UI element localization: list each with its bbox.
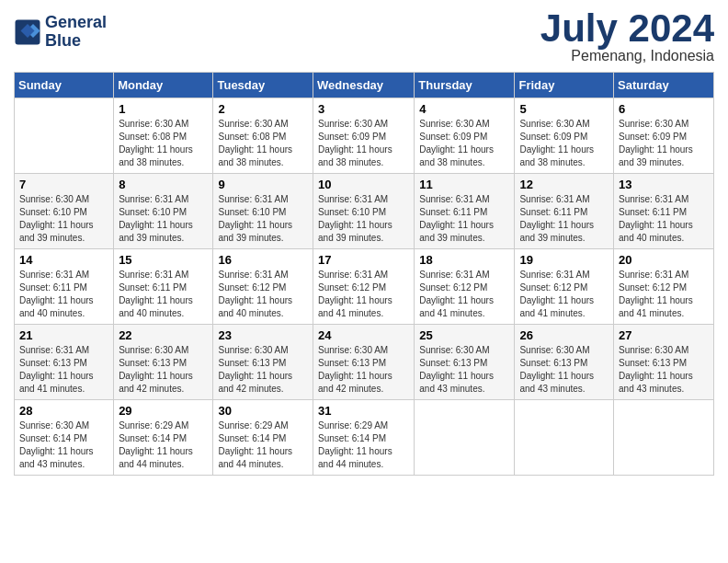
calendar-day-cell bbox=[515, 400, 614, 476]
day-number: 27 bbox=[619, 328, 709, 342]
day-info: Sunrise: 6:31 AM Sunset: 6:11 PM Dayligh… bbox=[19, 269, 108, 320]
weekday-header: Friday bbox=[515, 73, 614, 98]
month-title: July 2024 bbox=[540, 9, 714, 48]
day-number: 25 bbox=[419, 328, 509, 342]
calendar-day-cell bbox=[415, 400, 515, 476]
day-info: Sunrise: 6:30 AM Sunset: 6:13 PM Dayligh… bbox=[619, 344, 709, 396]
calendar-day-cell: 2Sunrise: 6:30 AM Sunset: 6:08 PM Daylig… bbox=[213, 98, 313, 174]
day-info: Sunrise: 6:30 AM Sunset: 6:09 PM Dayligh… bbox=[519, 118, 609, 169]
day-info: Sunrise: 6:31 AM Sunset: 6:10 PM Dayligh… bbox=[119, 193, 208, 245]
logo-icon bbox=[14, 18, 41, 46]
weekday-header: Thursday bbox=[415, 73, 515, 98]
day-info: Sunrise: 6:31 AM Sunset: 6:12 PM Dayligh… bbox=[318, 269, 409, 320]
calendar-header-row: SundayMondayTuesdayWednesdayThursdayFrid… bbox=[15, 73, 714, 98]
calendar-day-cell: 21Sunrise: 6:31 AM Sunset: 6:13 PM Dayli… bbox=[15, 325, 114, 400]
day-info: Sunrise: 6:30 AM Sunset: 6:10 PM Dayligh… bbox=[19, 193, 108, 245]
day-number: 2 bbox=[218, 102, 308, 116]
calendar-day-cell bbox=[15, 98, 114, 174]
day-info: Sunrise: 6:31 AM Sunset: 6:12 PM Dayligh… bbox=[619, 269, 709, 320]
calendar-day-cell: 13Sunrise: 6:31 AM Sunset: 6:11 PM Dayli… bbox=[614, 174, 714, 249]
day-number: 14 bbox=[19, 253, 108, 267]
weekday-header: Sunday bbox=[15, 73, 114, 98]
day-number: 13 bbox=[619, 178, 709, 191]
calendar-day-cell: 25Sunrise: 6:30 AM Sunset: 6:13 PM Dayli… bbox=[415, 325, 515, 400]
calendar-day-cell: 10Sunrise: 6:31 AM Sunset: 6:10 PM Dayli… bbox=[313, 174, 415, 249]
day-number: 18 bbox=[419, 253, 509, 267]
day-info: Sunrise: 6:31 AM Sunset: 6:11 PM Dayligh… bbox=[619, 193, 709, 245]
calendar-day-cell: 24Sunrise: 6:30 AM Sunset: 6:13 PM Dayli… bbox=[313, 325, 415, 400]
calendar-day-cell: 15Sunrise: 6:31 AM Sunset: 6:11 PM Dayli… bbox=[114, 249, 213, 325]
day-info: Sunrise: 6:30 AM Sunset: 6:14 PM Dayligh… bbox=[19, 419, 108, 471]
day-info: Sunrise: 6:31 AM Sunset: 6:10 PM Dayligh… bbox=[318, 193, 409, 245]
calendar-day-cell: 5Sunrise: 6:30 AM Sunset: 6:09 PM Daylig… bbox=[515, 98, 614, 174]
day-info: Sunrise: 6:29 AM Sunset: 6:14 PM Dayligh… bbox=[119, 419, 208, 471]
day-number: 5 bbox=[519, 102, 609, 116]
day-number: 11 bbox=[419, 178, 509, 191]
day-info: Sunrise: 6:30 AM Sunset: 6:13 PM Dayligh… bbox=[519, 344, 609, 396]
calendar-day-cell: 16Sunrise: 6:31 AM Sunset: 6:12 PM Dayli… bbox=[213, 249, 313, 325]
day-number: 20 bbox=[619, 253, 709, 267]
page-header: General Blue July 2024 Pemenang, Indones… bbox=[14, 9, 714, 64]
calendar-week-row: 7Sunrise: 6:30 AM Sunset: 6:10 PM Daylig… bbox=[15, 174, 714, 249]
day-number: 22 bbox=[119, 328, 208, 342]
day-info: Sunrise: 6:29 AM Sunset: 6:14 PM Dayligh… bbox=[218, 419, 308, 471]
day-number: 30 bbox=[218, 404, 308, 418]
calendar-week-row: 1Sunrise: 6:30 AM Sunset: 6:08 PM Daylig… bbox=[15, 98, 714, 174]
day-number: 19 bbox=[519, 253, 609, 267]
calendar-day-cell: 28Sunrise: 6:30 AM Sunset: 6:14 PM Dayli… bbox=[15, 400, 114, 476]
day-info: Sunrise: 6:31 AM Sunset: 6:11 PM Dayligh… bbox=[119, 269, 208, 320]
day-number: 17 bbox=[318, 253, 409, 267]
day-info: Sunrise: 6:31 AM Sunset: 6:13 PM Dayligh… bbox=[19, 344, 108, 396]
calendar-day-cell: 1Sunrise: 6:30 AM Sunset: 6:08 PM Daylig… bbox=[114, 98, 213, 174]
day-number: 21 bbox=[19, 328, 108, 342]
day-info: Sunrise: 6:30 AM Sunset: 6:13 PM Dayligh… bbox=[218, 344, 308, 396]
day-number: 4 bbox=[419, 102, 509, 116]
day-number: 28 bbox=[19, 404, 108, 418]
calendar-day-cell: 29Sunrise: 6:29 AM Sunset: 6:14 PM Dayli… bbox=[114, 400, 213, 476]
day-info: Sunrise: 6:30 AM Sunset: 6:13 PM Dayligh… bbox=[318, 344, 409, 396]
calendar-week-row: 14Sunrise: 6:31 AM Sunset: 6:11 PM Dayli… bbox=[15, 249, 714, 325]
calendar-week-row: 21Sunrise: 6:31 AM Sunset: 6:13 PM Dayli… bbox=[15, 325, 714, 400]
day-info: Sunrise: 6:30 AM Sunset: 6:13 PM Dayligh… bbox=[419, 344, 509, 396]
day-info: Sunrise: 6:30 AM Sunset: 6:08 PM Dayligh… bbox=[119, 118, 208, 169]
calendar-day-cell: 4Sunrise: 6:30 AM Sunset: 6:09 PM Daylig… bbox=[415, 98, 515, 174]
title-block: July 2024 Pemenang, Indonesia bbox=[540, 9, 714, 64]
day-number: 8 bbox=[119, 178, 208, 191]
day-number: 15 bbox=[119, 253, 208, 267]
logo: General Blue bbox=[14, 14, 107, 51]
calendar-day-cell: 9Sunrise: 6:31 AM Sunset: 6:10 PM Daylig… bbox=[213, 174, 313, 249]
calendar-day-cell: 19Sunrise: 6:31 AM Sunset: 6:12 PM Dayli… bbox=[515, 249, 614, 325]
weekday-header: Wednesday bbox=[313, 73, 415, 98]
calendar-day-cell: 12Sunrise: 6:31 AM Sunset: 6:11 PM Dayli… bbox=[515, 174, 614, 249]
weekday-header: Saturday bbox=[614, 73, 714, 98]
day-info: Sunrise: 6:31 AM Sunset: 6:12 PM Dayligh… bbox=[218, 269, 308, 320]
day-number: 6 bbox=[619, 102, 709, 116]
calendar-day-cell: 3Sunrise: 6:30 AM Sunset: 6:09 PM Daylig… bbox=[313, 98, 415, 174]
calendar-day-cell: 27Sunrise: 6:30 AM Sunset: 6:13 PM Dayli… bbox=[614, 325, 714, 400]
day-number: 29 bbox=[119, 404, 208, 418]
weekday-header: Tuesday bbox=[213, 73, 313, 98]
location: Pemenang, Indonesia bbox=[540, 48, 714, 64]
day-info: Sunrise: 6:31 AM Sunset: 6:10 PM Dayligh… bbox=[218, 193, 308, 245]
day-number: 23 bbox=[218, 328, 308, 342]
calendar-day-cell: 8Sunrise: 6:31 AM Sunset: 6:10 PM Daylig… bbox=[114, 174, 213, 249]
calendar-day-cell: 31Sunrise: 6:29 AM Sunset: 6:14 PM Dayli… bbox=[313, 400, 415, 476]
day-info: Sunrise: 6:31 AM Sunset: 6:11 PM Dayligh… bbox=[519, 193, 609, 245]
day-info: Sunrise: 6:29 AM Sunset: 6:14 PM Dayligh… bbox=[318, 419, 409, 471]
day-number: 31 bbox=[318, 404, 409, 418]
calendar-day-cell: 26Sunrise: 6:30 AM Sunset: 6:13 PM Dayli… bbox=[515, 325, 614, 400]
calendar-day-cell bbox=[614, 400, 714, 476]
calendar-day-cell: 18Sunrise: 6:31 AM Sunset: 6:12 PM Dayli… bbox=[415, 249, 515, 325]
day-info: Sunrise: 6:30 AM Sunset: 6:09 PM Dayligh… bbox=[619, 118, 709, 169]
day-number: 16 bbox=[218, 253, 308, 267]
calendar-day-cell: 11Sunrise: 6:31 AM Sunset: 6:11 PM Dayli… bbox=[415, 174, 515, 249]
calendar-day-cell: 14Sunrise: 6:31 AM Sunset: 6:11 PM Dayli… bbox=[15, 249, 114, 325]
day-number: 24 bbox=[318, 328, 409, 342]
calendar-week-row: 28Sunrise: 6:30 AM Sunset: 6:14 PM Dayli… bbox=[15, 400, 714, 476]
day-number: 10 bbox=[318, 178, 409, 191]
day-info: Sunrise: 6:31 AM Sunset: 6:12 PM Dayligh… bbox=[519, 269, 609, 320]
day-number: 1 bbox=[119, 102, 208, 116]
calendar-table: SundayMondayTuesdayWednesdayThursdayFrid… bbox=[14, 72, 714, 476]
day-info: Sunrise: 6:31 AM Sunset: 6:12 PM Dayligh… bbox=[419, 269, 509, 320]
calendar-day-cell: 20Sunrise: 6:31 AM Sunset: 6:12 PM Dayli… bbox=[614, 249, 714, 325]
